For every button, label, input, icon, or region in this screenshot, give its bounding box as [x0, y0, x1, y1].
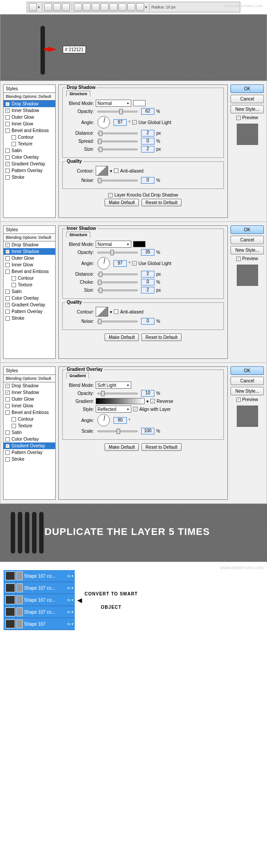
layer-row[interactable]: Shape 107 co...fx ▾ [4, 582, 75, 594]
style-item-drop-shadow[interactable]: Drop Shadow [4, 241, 55, 248]
style-item-texture[interactable]: Texture [4, 422, 55, 429]
style-checkbox[interactable] [5, 122, 10, 126]
new-style-button[interactable]: New Style... [231, 387, 264, 395]
style-item-bevel-and-emboss[interactable]: Bevel and Emboss [4, 127, 55, 134]
styles-tab[interactable]: Styles [4, 85, 55, 93]
style-item-inner-shadow[interactable]: Inner Shadow [4, 248, 55, 255]
tool-roundrect2[interactable] [101, 3, 109, 11]
style-item-satin[interactable]: Satin [4, 147, 55, 154]
spread-slider[interactable] [97, 141, 138, 142]
style-checkbox[interactable] [5, 303, 10, 307]
tool-rect2[interactable] [92, 3, 100, 11]
style-checkbox[interactable] [5, 430, 10, 435]
style-item-gradient-overlay[interactable]: Gradient Overlay [4, 161, 55, 167]
style-checkbox[interactable] [12, 276, 16, 281]
style-checkbox[interactable] [5, 149, 10, 153]
new-style-button[interactable]: New Style... [231, 105, 264, 113]
style-item-inner-glow[interactable]: Inner Glow [4, 261, 55, 268]
style-item-stroke[interactable]: Stroke [4, 315, 55, 321]
anti-aliased-checkbox[interactable] [114, 169, 118, 173]
style-checkbox[interactable] [5, 129, 10, 133]
style-checkbox[interactable] [5, 243, 10, 247]
style-checkbox[interactable] [5, 437, 10, 442]
style-item-contour[interactable]: Contour [4, 134, 55, 141]
style-item-drop-shadow[interactable]: Drop Shadow [4, 382, 55, 389]
style-item-bevel-and-emboss[interactable]: Bevel and Emboss [4, 268, 55, 275]
style-checkbox[interactable] [5, 390, 10, 395]
fx-badge[interactable]: fx ▾ [68, 574, 73, 578]
style-item-inner-shadow[interactable]: Inner Shadow [4, 389, 55, 396]
style-checkbox[interactable] [5, 162, 10, 166]
style-item-color-overlay[interactable]: Color Overlay [4, 295, 55, 301]
knockout-checkbox[interactable] [108, 193, 113, 197]
style-checkbox[interactable] [12, 424, 16, 428]
tool-polygon[interactable] [118, 3, 126, 11]
shadow-color-swatch[interactable] [133, 241, 146, 247]
style-checkbox[interactable] [12, 417, 16, 422]
cancel-button[interactable]: Cancel [231, 95, 264, 103]
style-checkbox[interactable] [5, 309, 10, 314]
style-item-stroke[interactable]: Stroke [4, 456, 55, 462]
global-light-checkbox[interactable] [132, 120, 137, 125]
style-item-gradient-overlay[interactable]: Gradient Overlay [4, 301, 55, 308]
style-checkbox[interactable] [5, 269, 10, 274]
style-checkbox[interactable] [5, 115, 10, 120]
fx-badge[interactable]: fx ▾ [68, 610, 73, 614]
new-style-button[interactable]: New Style... [231, 246, 264, 254]
style-item-outer-glow[interactable]: Outer Glow [4, 255, 55, 261]
layer-row[interactable]: Shape 107 co...fx ▾ [4, 606, 75, 618]
style-checkbox[interactable] [5, 457, 10, 462]
reset-default-button[interactable]: Reset to Default [142, 199, 182, 206]
fx-badge[interactable]: fx ▾ [68, 622, 73, 626]
angle-dial[interactable] [97, 116, 110, 129]
reset-default-button[interactable]: Reset to Default [142, 334, 182, 341]
style-checkbox[interactable] [5, 404, 10, 408]
reset-default-button[interactable]: Reset to Default [142, 443, 182, 451]
style-checkbox[interactable] [5, 256, 10, 261]
style-item-satin[interactable]: Satin [4, 288, 55, 295]
make-default-button[interactable]: Make Default [105, 199, 139, 206]
make-default-button[interactable]: Make Default [105, 443, 139, 451]
blend-mode-select[interactable]: Normal▼ [96, 100, 131, 107]
blending-options-header[interactable]: Blending Options: Default [4, 93, 55, 100]
reverse-checkbox[interactable] [150, 399, 155, 403]
style-checkbox[interactable] [5, 296, 10, 301]
style-checkbox[interactable] [12, 142, 16, 146]
tool-freeform[interactable] [83, 3, 91, 11]
style-checkbox[interactable] [5, 175, 10, 180]
distance-slider[interactable] [97, 133, 138, 134]
style-checkbox[interactable] [5, 316, 10, 321]
style-item-stroke[interactable]: Stroke [4, 174, 55, 181]
tool-ellipse[interactable] [109, 3, 117, 11]
style-checkbox[interactable] [5, 249, 10, 254]
style-checkbox[interactable] [5, 410, 10, 415]
noise-slider[interactable] [97, 180, 138, 181]
style-item-texture[interactable]: Texture [4, 281, 55, 288]
ok-button[interactable]: OK [231, 225, 264, 234]
style-item-inner-glow[interactable]: Inner Glow [4, 402, 55, 409]
style-checkbox[interactable] [12, 135, 16, 140]
layer-row[interactable]: Shape 107 co...fx ▾ [4, 594, 75, 606]
contour-picker[interactable] [96, 166, 108, 176]
style-item-pattern-overlay[interactable]: Pattern Overlay [4, 167, 55, 174]
cancel-button[interactable]: Cancel [231, 236, 264, 244]
align-checkbox[interactable] [133, 407, 138, 411]
cancel-button[interactable]: Cancel [231, 377, 264, 385]
style-checkbox[interactable] [5, 108, 10, 113]
style-item-pattern-overlay[interactable]: Pattern Overlay [4, 449, 55, 456]
style-checkbox[interactable] [5, 169, 10, 173]
style-item-satin[interactable]: Satin [4, 429, 55, 436]
fx-badge[interactable]: fx ▾ [68, 586, 73, 590]
gradient-picker[interactable] [96, 398, 145, 404]
angle-dial[interactable] [97, 414, 110, 426]
style-item-pattern-overlay[interactable]: Pattern Overlay [4, 308, 55, 315]
style-checkbox[interactable] [5, 263, 10, 267]
style-item-gradient-overlay[interactable]: Gradient Overlay [4, 442, 55, 449]
style-item-color-overlay[interactable]: Color Overlay [4, 436, 55, 442]
style-item-inner-shadow[interactable]: Inner Shadow [4, 107, 55, 114]
style-item-texture[interactable]: Texture [4, 141, 55, 147]
shadow-color-swatch[interactable] [133, 100, 146, 106]
style-item-drop-shadow[interactable]: Drop Shadow [4, 100, 55, 107]
tool-line[interactable] [127, 3, 135, 11]
ok-button[interactable]: OK [231, 84, 264, 93]
